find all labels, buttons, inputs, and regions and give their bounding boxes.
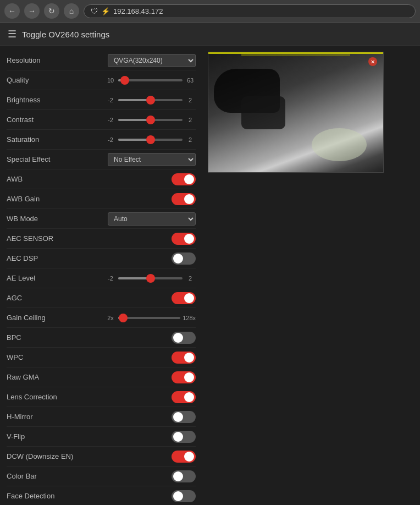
aec-dsp-control [95,252,196,265]
wb-mode-row: WB Mode Auto Sunny Cloudy Office Home [7,209,196,229]
special-effect-select[interactable]: No Effect Negative Grayscale Red Tint Gr… [108,153,196,166]
saturation-control: -2 2 [95,136,196,143]
wpc-toggle[interactable] [172,352,196,364]
quality-track[interactable] [118,79,183,81]
wpc-toggle-knob [184,353,194,363]
h-mirror-toggle[interactable] [172,411,196,423]
ae-level-label: AE Level [7,274,95,282]
cam-shape2 [241,96,285,129]
saturation-track[interactable] [118,139,183,141]
wb-mode-select[interactable]: Auto Sunny Cloudy Office Home [108,212,196,226]
aec-sensor-control [95,233,196,245]
raw-gma-control [95,371,196,383]
quality-min: 10 [105,77,116,84]
saturation-slider-container: -2 2 [105,136,196,143]
v-flip-toggle[interactable] [172,431,196,443]
contrast-track[interactable] [118,119,183,121]
special-effect-control: No Effect Negative Grayscale Red Tint Gr… [95,153,196,166]
cam-light1 [312,128,367,161]
bpc-toggle[interactable] [172,332,196,344]
address-bar[interactable]: 🛡 ⚡ 192.168.43.172 [84,4,416,18]
contrast-slider-container: -2 2 [105,117,196,123]
cam-yellow-line2 [241,54,350,56]
brightness-track[interactable] [118,99,183,101]
bpc-toggle-knob [173,333,183,343]
lens-correction-toggle[interactable] [172,391,196,403]
awb-toggle-knob [184,174,194,184]
gain-ceiling-track[interactable] [118,317,180,319]
bpc-label: BPC [7,333,95,342]
saturation-row: Saturation -2 2 [7,130,196,150]
ae-level-track[interactable] [118,277,183,279]
agc-toggle[interactable] [172,292,196,304]
quality-max: 63 [185,77,196,84]
brightness-max: 2 [185,97,196,103]
reload-button[interactable]: ↻ [44,3,59,19]
saturation-min: -2 [105,136,116,143]
awb-toggle[interactable] [172,173,196,185]
awb-row: AWB [7,169,196,189]
ae-level-max: 2 [185,275,196,282]
color-bar-toggle[interactable] [172,470,196,482]
color-bar-label: Color Bar [7,472,95,480]
dcw-toggle[interactable] [172,451,196,463]
h-mirror-control [95,411,196,423]
lens-correction-label: Lens Correction [7,393,95,401]
wb-mode-control: Auto Sunny Cloudy Office Home [95,212,196,226]
camera-feed-wrapper: ✕ [208,52,384,173]
dcw-row: DCW (Downsize EN) [7,447,196,466]
raw-gma-toggle[interactable] [172,371,196,383]
agc-row: AGC [7,288,196,308]
resolution-select[interactable]: QVGA(320x240) VGA(640x480) SVGA(800x600)… [108,54,196,67]
forward-button[interactable]: → [24,3,40,19]
resolution-control: QVGA(320x240) VGA(640x480) SVGA(800x600)… [95,54,196,67]
face-detection-toggle[interactable] [172,490,196,502]
raw-gma-label: Raw GMA [7,373,95,381]
page: ☰ Toggle OV2640 settings Resolution QVGA… [0,23,420,505]
awb-gain-toggle[interactable] [172,193,196,205]
wb-mode-label: WB Mode [7,215,95,223]
saturation-label: Saturation [7,135,95,144]
contrast-row: Contrast -2 2 [7,110,196,130]
aec-dsp-row: AEC DSP [7,249,196,268]
aec-dsp-label: AEC DSP [7,254,95,262]
page-title: Toggle OV2640 settings [22,30,109,39]
special-effect-label: Special Effect [7,155,95,163]
dcw-control [95,451,196,463]
aec-dsp-toggle[interactable] [172,252,196,265]
agc-toggle-knob [184,293,194,303]
ae-level-row: AE Level -2 2 [7,268,196,288]
wpc-label: WPC [7,353,95,361]
camera-close-button[interactable]: ✕ [368,57,377,66]
face-detection-toggle-knob [173,491,183,501]
wpc-row: WPC [7,348,196,367]
aec-sensor-row: AEC SENSOR [7,229,196,249]
brightness-slider-container: -2 2 [105,97,196,103]
camera-preview-panel: ✕ [202,46,420,505]
hamburger-icon[interactable]: ☰ [8,28,16,40]
h-mirror-toggle-knob [173,412,183,422]
awb-control [95,173,196,185]
quality-row: Quality 10 63 [7,70,196,90]
resolution-label: Resolution [7,56,95,64]
gain-ceiling-slider-container: 2x 128x [105,315,196,321]
awb-label: AWB [7,175,95,183]
h-mirror-label: H-Mirror [7,413,95,421]
ae-level-slider-container: -2 2 [105,275,196,282]
home-button[interactable]: ⌂ [64,3,79,19]
back-button[interactable]: ← [4,3,20,19]
special-effect-row: Special Effect No Effect Negative Graysc… [7,150,196,169]
aec-sensor-toggle[interactable] [172,233,196,245]
quality-control: 10 63 [95,77,196,84]
page-header: ☰ Toggle OV2640 settings [0,23,420,46]
main-layout: Resolution QVGA(320x240) VGA(640x480) SV… [0,46,420,505]
browser-chrome: ← → ↻ ⌂ 🛡 ⚡ 192.168.43.172 [0,0,420,23]
ae-level-min: -2 [105,275,116,282]
wpc-control [95,352,196,364]
contrast-control: -2 2 [95,117,196,123]
awb-gain-row: AWB Gain [7,189,196,209]
aec-dsp-toggle-knob [173,254,183,264]
contrast-label: Contrast [7,116,95,124]
zap-icon: ⚡ [101,7,110,15]
lens-correction-control [95,391,196,403]
